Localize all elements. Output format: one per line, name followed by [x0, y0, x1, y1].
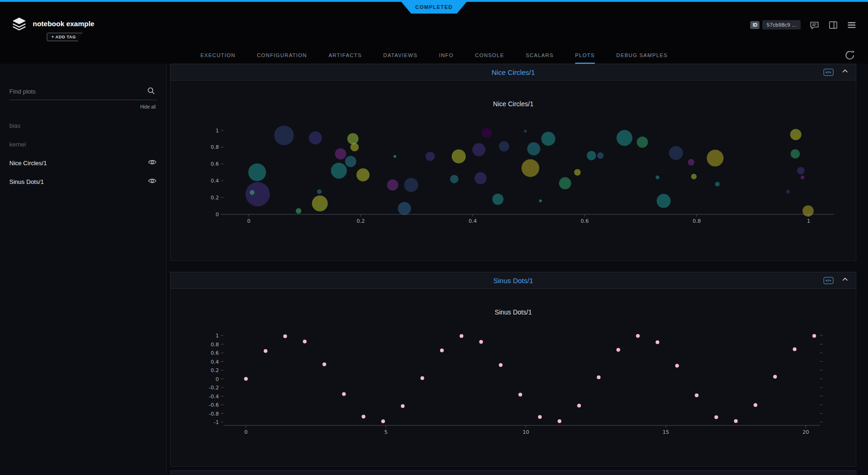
svg-text:5: 5: [384, 429, 387, 435]
svg-text:0: 0: [216, 376, 219, 382]
svg-text:0.4: 0.4: [210, 359, 219, 365]
menu-icon[interactable]: [846, 20, 857, 30]
plot-list-item-kernel[interactable]: kernel: [0, 135, 166, 153]
svg-text:-0.4: -0.4: [209, 394, 218, 400]
plot-card-nice-circles: Nice Circles/1 </> Nice Circles/1 00.20.…: [170, 64, 856, 261]
visibility-eye-icon[interactable]: [148, 158, 157, 168]
svg-text:-0.2: -0.2: [209, 385, 218, 391]
auto-refresh-icon[interactable]: [844, 49, 856, 61]
header-actions: ID 57cb98c9 ...: [750, 19, 857, 31]
tab-configuration[interactable]: CONFIGURATION: [257, 47, 307, 64]
tab-dataviews[interactable]: DATAVIEWS: [383, 47, 418, 64]
svg-text:0.6: 0.6: [580, 218, 589, 224]
plot-item-label: Nice Circles/1: [9, 160, 47, 167]
svg-text:0.4: 0.4: [469, 218, 477, 224]
svg-text:-1: -1: [214, 419, 219, 425]
tab-bar: EXECUTIONCONFIGURATIONARTIFACTSDATAVIEWS…: [0, 47, 868, 64]
plot-card-tools: </>: [824, 64, 849, 80]
plot-list-item-bias[interactable]: bias: [0, 116, 166, 135]
plot-list: biaskernelNice Circles/1Sinus Dots/1: [0, 116, 166, 191]
tab-artifacts[interactable]: ARTIFACTS: [328, 47, 362, 64]
plot-item-label: Sinus Dots/1: [9, 178, 44, 185]
svg-text:0.2: 0.2: [210, 367, 219, 373]
tab-plots[interactable]: PLOTS: [575, 47, 595, 64]
svg-text:0.2: 0.2: [356, 218, 365, 224]
scatter-chart[interactable]: 05101520-1-0.8-0.6-0.4-0.200.20.40.60.81: [195, 331, 832, 441]
svg-text:0: 0: [247, 218, 250, 224]
svg-text:0.6: 0.6: [210, 350, 219, 356]
svg-text:-0.6: -0.6: [209, 402, 218, 408]
visibility-eye-icon[interactable]: [148, 176, 157, 187]
svg-text:0.8: 0.8: [210, 144, 219, 150]
id-value[interactable]: 57cb98c9 ...: [762, 20, 801, 29]
chart-title: Nice Circles/1: [171, 80, 856, 108]
tab-console[interactable]: CONSOLE: [475, 47, 504, 64]
collapse-chevron-icon[interactable]: [841, 67, 849, 77]
tabs-container: EXECUTIONCONFIGURATIONARTIFACTSDATAVIEWS…: [0, 47, 868, 64]
svg-text:0: 0: [244, 429, 247, 435]
plots-panel: Nice Circles/1 </> Nice Circles/1 00.20.…: [167, 64, 868, 475]
plot-item-label: kernel: [9, 141, 26, 148]
plot-card-title: Sinus Dots/1: [493, 277, 533, 285]
experiment-id: ID 57cb98c9 ...: [750, 20, 801, 29]
svg-text:0.2: 0.2: [210, 195, 219, 201]
view-source-icon[interactable]: </>: [824, 277, 833, 284]
plot-card-header: Nice Circles/1 </>: [170, 64, 856, 80]
svg-text:20: 20: [803, 429, 809, 435]
add-tag-button[interactable]: + ADD TAG: [47, 33, 83, 41]
plot-card-body: Nice Circles/1 00.20.40.60.8100.20.40.60…: [170, 80, 856, 261]
plots-sidebar: Hide all biaskernelNice Circles/1Sinus D…: [0, 64, 166, 475]
svg-text:1: 1: [216, 333, 219, 339]
plot-card-sinus-dots: Sinus Dots/1 </> Sinus Dots/1 05101520-1…: [170, 272, 856, 467]
svg-text:0.8: 0.8: [210, 342, 219, 348]
next-plot-card-edge: [170, 470, 856, 475]
tab-execution[interactable]: EXECUTION: [200, 47, 235, 64]
svg-text:1: 1: [216, 128, 219, 134]
svg-text:0.4: 0.4: [210, 178, 219, 184]
plot-list-item-sinus-dots-1[interactable]: Sinus Dots/1: [0, 172, 166, 191]
plot-card-tools: </>: [824, 272, 849, 288]
tab-info[interactable]: INFO: [439, 47, 454, 64]
top-accent-bar: [0, 0, 868, 2]
status-banner: COMPLETED: [401, 2, 467, 14]
svg-text:0.8: 0.8: [692, 218, 701, 224]
svg-text:0: 0: [216, 212, 219, 218]
plot-item-label: bias: [9, 122, 21, 129]
search-icon[interactable]: [146, 86, 156, 97]
svg-text:0.6: 0.6: [210, 161, 219, 167]
search-input[interactable]: [9, 88, 143, 95]
hide-all-link[interactable]: Hide all: [10, 104, 156, 110]
experiment-title: notebook example: [33, 20, 94, 28]
plot-card-title: Nice Circles/1: [492, 68, 535, 76]
id-badge: ID: [750, 21, 760, 29]
bubble-chart[interactable]: 00.20.40.60.8100.20.40.60.81: [191, 121, 836, 233]
plot-list-item-nice-circles-1[interactable]: Nice Circles/1: [0, 153, 166, 172]
plot-card-body: Sinus Dots/1 05101520-1-0.8-0.6-0.4-0.20…: [170, 289, 856, 467]
plot-card-header: Sinus Dots/1 </>: [170, 272, 856, 289]
details-panel-icon[interactable]: [828, 20, 838, 30]
collapse-chevron-icon[interactable]: [841, 275, 849, 285]
plot-search: [9, 87, 157, 100]
comments-icon[interactable]: [809, 20, 819, 30]
app-logo-icon: [11, 16, 27, 32]
chart-title: Sinus Dots/1: [171, 289, 856, 316]
svg-text:1: 1: [807, 218, 810, 224]
svg-text:15: 15: [662, 429, 669, 435]
view-source-icon[interactable]: </>: [824, 69, 833, 76]
tab-scalars[interactable]: SCALARS: [526, 47, 554, 64]
tab-debug-samples[interactable]: DEBUG SAMPLES: [616, 47, 668, 64]
svg-text:10: 10: [522, 429, 529, 435]
svg-text:-0.8: -0.8: [209, 411, 218, 417]
